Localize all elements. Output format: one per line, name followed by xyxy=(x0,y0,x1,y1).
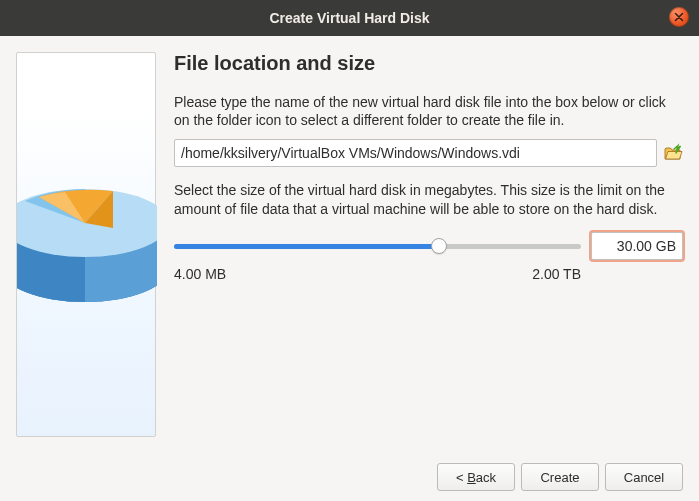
slider-thumb[interactable] xyxy=(431,238,447,254)
wizard-illustration xyxy=(16,52,156,437)
close-button[interactable] xyxy=(669,7,689,27)
dialog-content: File location and size Please type the n… xyxy=(0,36,699,501)
window-title: Create Virtual Hard Disk xyxy=(269,10,429,26)
folder-icon xyxy=(663,149,683,166)
range-max-label: 2.00 TB xyxy=(532,266,581,282)
create-button[interactable]: Create xyxy=(521,463,599,491)
back-button[interactable]: < Back xyxy=(437,463,515,491)
file-path-input[interactable] xyxy=(174,139,657,167)
size-input[interactable] xyxy=(591,232,683,260)
size-slider[interactable] xyxy=(174,236,581,256)
intro-text: Please type the name of the new virtual … xyxy=(174,93,683,129)
page-heading: File location and size xyxy=(174,52,683,75)
close-icon xyxy=(674,8,684,26)
slider-fill xyxy=(174,244,439,249)
dialog-footer: < Back Create Cancel xyxy=(16,453,683,491)
browse-folder-button[interactable] xyxy=(663,143,683,163)
titlebar: Create Virtual Hard Disk xyxy=(0,0,699,36)
cancel-button[interactable]: Cancel xyxy=(605,463,683,491)
size-desc-text: Select the size of the virtual hard disk… xyxy=(174,181,683,217)
range-min-label: 4.00 MB xyxy=(174,266,226,282)
disk-pie-icon xyxy=(17,53,157,438)
